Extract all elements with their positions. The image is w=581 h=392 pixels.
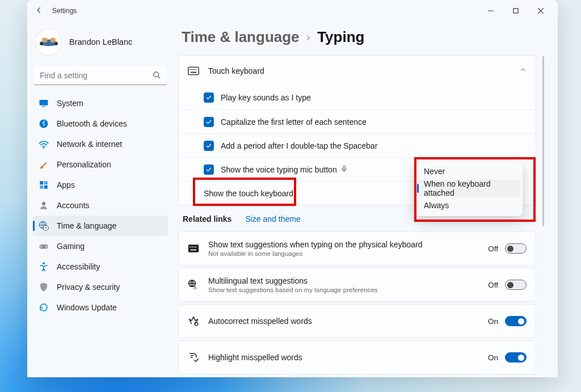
svg-rect-25 — [192, 69, 193, 70]
dropdown-option-never[interactable]: Never — [417, 163, 520, 180]
breadcrumb-parent[interactable]: Time & language — [182, 28, 300, 45]
language-icon: A — [188, 279, 208, 290]
svg-rect-14 — [40, 186, 43, 189]
sidebar-item-apps[interactable]: Apps — [33, 175, 168, 195]
update-icon — [39, 302, 49, 313]
toggle-switch[interactable] — [505, 352, 527, 363]
row-highlight-misspelled[interactable]: Highlight misspelled words On — [178, 340, 536, 374]
sidebar-item-system[interactable]: System — [33, 93, 168, 113]
svg-rect-3 — [50, 38, 56, 43]
scrollbar[interactable] — [542, 56, 544, 226]
svg-rect-13 — [44, 181, 48, 184]
svg-rect-35 — [191, 250, 196, 251]
sidebar: Brandon LeBlanc System Bluetooth & devic… — [27, 22, 174, 377]
svg-point-5 — [40, 42, 43, 45]
show-touch-keyboard-dropdown[interactable]: Never When no keyboard attached Always — [415, 161, 523, 216]
page-title: Typing — [317, 28, 364, 45]
checkbox-checked-icon[interactable] — [204, 165, 214, 175]
option-label: Capitalize the first letter of each sent… — [221, 117, 367, 127]
touch-keyboard-header[interactable]: Touch keyboard — [178, 55, 536, 86]
sidebar-item-bluetooth[interactable]: Bluetooth & devices — [33, 113, 168, 134]
close-button[interactable] — [528, 2, 553, 19]
window-title: Settings — [52, 7, 77, 15]
svg-rect-29 — [343, 166, 345, 170]
checkbox-checked-icon[interactable] — [204, 141, 214, 151]
toggle-state: On — [488, 317, 498, 326]
sidebar-item-time-language[interactable]: Time & language — [33, 216, 168, 236]
sidebar-item-label: Accounts — [57, 201, 90, 210]
profile-name: Brandon LeBlanc — [69, 37, 132, 47]
back-button[interactable] — [32, 6, 47, 16]
minimize-button[interactable] — [478, 2, 503, 19]
profile[interactable]: Brandon LeBlanc — [33, 26, 168, 65]
mic-icon — [340, 165, 348, 174]
row-physical-keyboard-suggestions[interactable]: Show text suggestions when typing on the… — [178, 231, 536, 265]
sidebar-item-gaming[interactable]: Gaming — [33, 236, 168, 256]
dropdown-option-when-no-keyboard[interactable]: When no keyboard attached — [417, 180, 520, 197]
toggle-state: Off — [488, 245, 498, 253]
option-capitalize[interactable]: Capitalize the first letter of each sent… — [179, 109, 536, 133]
svg-rect-34 — [195, 247, 196, 248]
size-and-theme-link[interactable]: Size and theme — [245, 214, 300, 224]
titlebar: Settings — [27, 0, 558, 22]
globe-clock-icon — [39, 221, 49, 231]
sidebar-item-label: Personalization — [57, 160, 111, 169]
maximize-button[interactable] — [503, 2, 528, 19]
sidebar-item-label: Gaming — [57, 242, 85, 251]
svg-point-20 — [45, 246, 47, 247]
svg-rect-23 — [188, 67, 199, 74]
chevron-right-icon: › — [302, 31, 315, 43]
row-title: Show text suggestions when typing on the… — [208, 240, 422, 249]
sidebar-item-network[interactable]: Network & internet — [33, 134, 168, 154]
sidebar-item-accessibility[interactable]: Accessibility — [33, 256, 168, 277]
wifi-icon — [39, 139, 49, 149]
toggle-switch[interactable] — [505, 243, 527, 254]
svg-rect-28 — [191, 71, 196, 73]
toggle-switch[interactable] — [505, 280, 527, 290]
svg-rect-9 — [42, 106, 45, 107]
row-sub: Not available in some languages — [208, 250, 422, 257]
checkbox-checked-icon[interactable] — [204, 117, 214, 127]
option-label: Show the voice typing mic button — [221, 165, 337, 174]
card-title: Touch keyboard — [208, 66, 264, 75]
sidebar-item-label: Apps — [57, 180, 75, 189]
search-field[interactable] — [34, 66, 167, 85]
row-title: Autocorrect misspelled words — [208, 317, 312, 326]
accessibility-icon — [39, 262, 49, 272]
svg-rect-8 — [40, 100, 48, 106]
search-icon — [153, 71, 161, 82]
option-label: Play key sounds as I type — [221, 93, 311, 102]
sidebar-item-label: Windows Update — [57, 303, 117, 312]
row-title: Highlight misspelled words — [208, 353, 302, 362]
checkbox-checked-icon[interactable] — [204, 92, 214, 103]
sidebar-item-privacy[interactable]: Privacy & security — [33, 277, 168, 297]
toggle-switch[interactable] — [505, 316, 527, 326]
svg-point-22 — [43, 262, 45, 264]
svg-point-21 — [46, 246, 47, 247]
dropdown-option-always[interactable]: Always — [417, 197, 520, 214]
sidebar-item-personalization[interactable]: Personalization — [33, 154, 168, 175]
gamepad-icon — [39, 241, 49, 251]
related-title: Related links — [183, 214, 231, 224]
sidebar-item-label: Network & internet — [57, 140, 122, 149]
svg-rect-33 — [193, 247, 195, 248]
sidebar-item-label: Bluetooth & devices — [57, 119, 127, 128]
search-input[interactable] — [34, 66, 167, 85]
settings-window: Settings Brandon LeBlanc — [27, 0, 558, 377]
svg-rect-15 — [44, 186, 48, 189]
sidebar-item-accounts[interactable]: Accounts — [33, 195, 168, 216]
option-period[interactable]: Add a period after I double-tap the Spac… — [179, 133, 536, 157]
svg-rect-31 — [190, 247, 191, 248]
svg-rect-12 — [40, 181, 43, 184]
sidebar-item-update[interactable]: Windows Update — [33, 297, 168, 318]
row-autocorrect[interactable]: Autocorrect misspelled words On — [178, 304, 536, 338]
option-play-key-sounds[interactable]: Play key sounds as I type — [179, 86, 536, 109]
person-icon — [39, 200, 49, 210]
svg-rect-2 — [42, 38, 47, 43]
svg-text:A: A — [193, 285, 197, 290]
svg-rect-32 — [192, 247, 193, 248]
nav: System Bluetooth & devices Network & int… — [33, 93, 168, 318]
sidebar-item-label: System — [57, 99, 83, 108]
svg-point-16 — [42, 202, 45, 205]
row-multilingual-suggestions[interactable]: A Multilingual text suggestions Show tex… — [178, 268, 536, 302]
